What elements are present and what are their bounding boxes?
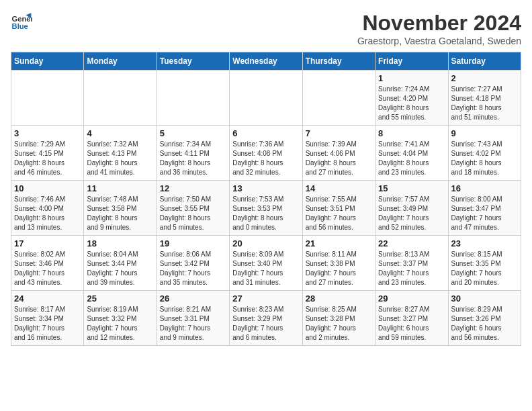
weekday-header-monday: Monday bbox=[84, 52, 157, 71]
day-number: 9 bbox=[451, 128, 518, 138]
day-info: Sunrise: 8:25 AM Sunset: 3:28 PM Dayligh… bbox=[306, 305, 372, 342]
day-number: 6 bbox=[232, 128, 299, 138]
calendar-cell: 22Sunrise: 8:13 AM Sunset: 3:37 PM Dayli… bbox=[375, 236, 448, 291]
day-number: 2 bbox=[451, 73, 518, 83]
day-number: 27 bbox=[232, 293, 299, 304]
day-number: 21 bbox=[306, 238, 372, 248]
calendar-cell: 28Sunrise: 8:25 AM Sunset: 3:28 PM Dayli… bbox=[302, 291, 375, 346]
day-info: Sunrise: 7:43 AM Sunset: 4:02 PM Dayligh… bbox=[451, 140, 518, 177]
day-info: Sunrise: 8:13 AM Sunset: 3:37 PM Dayligh… bbox=[378, 250, 445, 287]
svg-text:Blue: Blue bbox=[12, 22, 28, 30]
calendar-cell: 4Sunrise: 7:32 AM Sunset: 4:13 PM Daylig… bbox=[84, 126, 157, 181]
logo: General Blue bbox=[11, 11, 32, 32]
month-title: November 2024 bbox=[357, 11, 521, 36]
day-number: 30 bbox=[451, 293, 518, 304]
calendar-cell: 13Sunrise: 7:53 AM Sunset: 3:53 PM Dayli… bbox=[230, 181, 302, 236]
day-number: 7 bbox=[306, 128, 372, 138]
day-info: Sunrise: 8:21 AM Sunset: 3:31 PM Dayligh… bbox=[160, 305, 226, 342]
weekday-header-friday: Friday bbox=[375, 52, 448, 71]
calendar-cell: 23Sunrise: 8:15 AM Sunset: 3:35 PM Dayli… bbox=[448, 236, 521, 291]
day-info: Sunrise: 8:04 AM Sunset: 3:44 PM Dayligh… bbox=[87, 250, 153, 287]
day-number: 14 bbox=[306, 183, 372, 193]
location-subtitle: Graestorp, Vaestra Goetaland, Sweden bbox=[357, 36, 521, 46]
day-number: 26 bbox=[160, 293, 226, 304]
calendar-cell: 25Sunrise: 8:19 AM Sunset: 3:32 PM Dayli… bbox=[84, 291, 157, 346]
calendar-cell: 26Sunrise: 8:21 AM Sunset: 3:31 PM Dayli… bbox=[157, 291, 229, 346]
calendar-cell: 11Sunrise: 7:48 AM Sunset: 3:58 PM Dayli… bbox=[84, 181, 157, 236]
calendar-cell: 7Sunrise: 7:39 AM Sunset: 4:06 PM Daylig… bbox=[302, 126, 375, 181]
day-number: 5 bbox=[160, 128, 226, 138]
day-number: 10 bbox=[14, 183, 81, 193]
day-number: 19 bbox=[160, 238, 226, 248]
weekday-header-wednesday: Wednesday bbox=[230, 52, 302, 71]
day-info: Sunrise: 8:00 AM Sunset: 3:47 PM Dayligh… bbox=[451, 195, 518, 232]
calendar-cell: 5Sunrise: 7:34 AM Sunset: 4:11 PM Daylig… bbox=[157, 126, 229, 181]
calendar-cell: 30Sunrise: 8:29 AM Sunset: 3:26 PM Dayli… bbox=[448, 291, 521, 346]
day-number: 29 bbox=[378, 293, 445, 304]
calendar-cell: 8Sunrise: 7:41 AM Sunset: 4:04 PM Daylig… bbox=[375, 126, 448, 181]
title-block: November 2024 Graestorp, Vaestra Goetala… bbox=[357, 11, 521, 46]
day-info: Sunrise: 8:27 AM Sunset: 3:27 PM Dayligh… bbox=[378, 305, 445, 342]
calendar-cell bbox=[302, 71, 375, 126]
calendar-cell: 2Sunrise: 7:27 AM Sunset: 4:18 PM Daylig… bbox=[448, 71, 521, 126]
day-number: 12 bbox=[160, 183, 226, 193]
calendar-cell: 16Sunrise: 8:00 AM Sunset: 3:47 PM Dayli… bbox=[448, 181, 521, 236]
calendar-cell: 20Sunrise: 8:09 AM Sunset: 3:40 PM Dayli… bbox=[230, 236, 302, 291]
day-number: 24 bbox=[14, 293, 81, 304]
day-info: Sunrise: 8:11 AM Sunset: 3:38 PM Dayligh… bbox=[306, 250, 372, 287]
weekday-header-sunday: Sunday bbox=[11, 52, 84, 71]
calendar-cell bbox=[84, 71, 157, 126]
day-info: Sunrise: 8:23 AM Sunset: 3:29 PM Dayligh… bbox=[232, 305, 299, 342]
calendar-cell: 17Sunrise: 8:02 AM Sunset: 3:46 PM Dayli… bbox=[11, 236, 84, 291]
calendar-cell: 19Sunrise: 8:06 AM Sunset: 3:42 PM Dayli… bbox=[157, 236, 229, 291]
calendar-cell: 29Sunrise: 8:27 AM Sunset: 3:27 PM Dayli… bbox=[375, 291, 448, 346]
calendar-cell: 24Sunrise: 8:17 AM Sunset: 3:34 PM Dayli… bbox=[11, 291, 84, 346]
day-number: 11 bbox=[87, 183, 153, 193]
day-info: Sunrise: 7:46 AM Sunset: 4:00 PM Dayligh… bbox=[14, 195, 81, 232]
weekday-header-saturday: Saturday bbox=[448, 52, 521, 71]
calendar-cell bbox=[230, 71, 302, 126]
day-info: Sunrise: 7:29 AM Sunset: 4:15 PM Dayligh… bbox=[14, 140, 81, 177]
day-info: Sunrise: 7:24 AM Sunset: 4:20 PM Dayligh… bbox=[378, 85, 445, 122]
day-info: Sunrise: 7:57 AM Sunset: 3:49 PM Dayligh… bbox=[378, 195, 445, 232]
day-info: Sunrise: 8:29 AM Sunset: 3:26 PM Dayligh… bbox=[451, 305, 518, 342]
calendar-cell bbox=[11, 71, 84, 126]
logo-icon: General Blue bbox=[11, 11, 32, 32]
day-info: Sunrise: 8:02 AM Sunset: 3:46 PM Dayligh… bbox=[14, 250, 81, 287]
calendar-cell: 6Sunrise: 7:36 AM Sunset: 4:08 PM Daylig… bbox=[230, 126, 302, 181]
day-info: Sunrise: 8:19 AM Sunset: 3:32 PM Dayligh… bbox=[87, 305, 153, 342]
day-info: Sunrise: 7:50 AM Sunset: 3:55 PM Dayligh… bbox=[160, 195, 226, 232]
day-info: Sunrise: 7:53 AM Sunset: 3:53 PM Dayligh… bbox=[232, 195, 299, 232]
day-info: Sunrise: 8:09 AM Sunset: 3:40 PM Dayligh… bbox=[232, 250, 299, 287]
day-number: 20 bbox=[232, 238, 299, 248]
calendar-cell: 9Sunrise: 7:43 AM Sunset: 4:02 PM Daylig… bbox=[448, 126, 521, 181]
calendar-cell: 18Sunrise: 8:04 AM Sunset: 3:44 PM Dayli… bbox=[84, 236, 157, 291]
weekday-header-thursday: Thursday bbox=[302, 52, 375, 71]
day-number: 18 bbox=[87, 238, 153, 248]
calendar-cell: 21Sunrise: 8:11 AM Sunset: 3:38 PM Dayli… bbox=[302, 236, 375, 291]
day-info: Sunrise: 7:41 AM Sunset: 4:04 PM Dayligh… bbox=[378, 140, 445, 177]
day-info: Sunrise: 7:36 AM Sunset: 4:08 PM Dayligh… bbox=[232, 140, 299, 177]
weekday-header-tuesday: Tuesday bbox=[157, 52, 229, 71]
day-info: Sunrise: 7:55 AM Sunset: 3:51 PM Dayligh… bbox=[306, 195, 372, 232]
day-number: 23 bbox=[451, 238, 518, 248]
day-number: 22 bbox=[378, 238, 445, 248]
calendar-cell: 27Sunrise: 8:23 AM Sunset: 3:29 PM Dayli… bbox=[230, 291, 302, 346]
day-number: 3 bbox=[14, 128, 81, 138]
calendar-cell bbox=[157, 71, 229, 126]
calendar-cell: 10Sunrise: 7:46 AM Sunset: 4:00 PM Dayli… bbox=[11, 181, 84, 236]
day-number: 17 bbox=[14, 238, 81, 248]
day-info: Sunrise: 8:06 AM Sunset: 3:42 PM Dayligh… bbox=[160, 250, 226, 287]
calendar-cell: 14Sunrise: 7:55 AM Sunset: 3:51 PM Dayli… bbox=[302, 181, 375, 236]
calendar-cell: 3Sunrise: 7:29 AM Sunset: 4:15 PM Daylig… bbox=[11, 126, 84, 181]
day-number: 13 bbox=[232, 183, 299, 193]
day-number: 25 bbox=[87, 293, 153, 304]
calendar-cell: 15Sunrise: 7:57 AM Sunset: 3:49 PM Dayli… bbox=[375, 181, 448, 236]
day-number: 28 bbox=[306, 293, 372, 304]
day-info: Sunrise: 7:39 AM Sunset: 4:06 PM Dayligh… bbox=[306, 140, 372, 177]
page-header: General Blue November 2024 Graestorp, Va… bbox=[11, 11, 521, 46]
calendar-cell: 12Sunrise: 7:50 AM Sunset: 3:55 PM Dayli… bbox=[157, 181, 229, 236]
day-number: 4 bbox=[87, 128, 153, 138]
calendar-table: SundayMondayTuesdayWednesdayThursdayFrid… bbox=[11, 52, 521, 346]
day-info: Sunrise: 8:17 AM Sunset: 3:34 PM Dayligh… bbox=[14, 305, 81, 342]
